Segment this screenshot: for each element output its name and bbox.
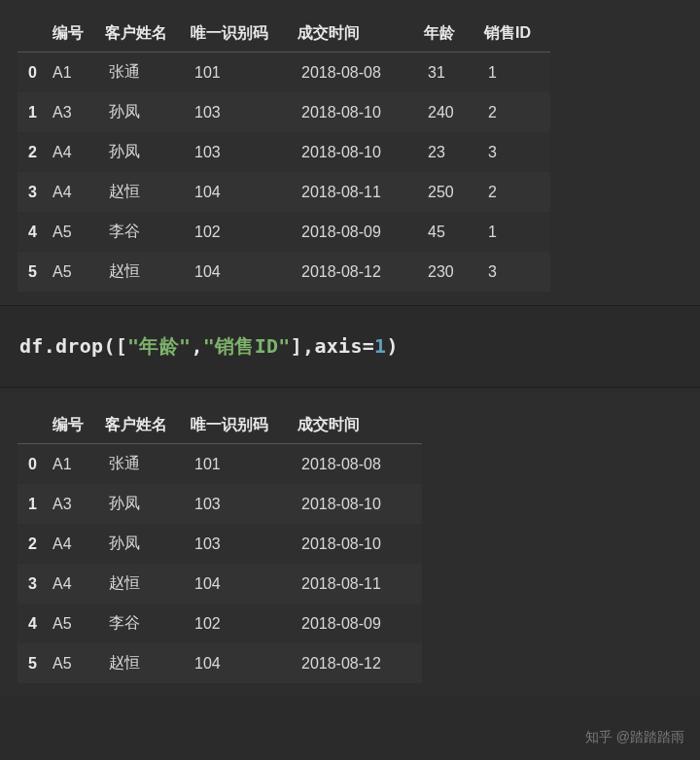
- cell: 孙凤: [103, 524, 189, 564]
- row-index: 0: [18, 52, 47, 93]
- col-customer-name: 客户姓名: [103, 405, 189, 444]
- col-index: [18, 405, 47, 444]
- row-index: 3: [18, 172, 47, 212]
- cell: 2018-08-10: [296, 484, 422, 524]
- row-index: 3: [18, 564, 47, 604]
- cell: 31: [422, 52, 482, 93]
- dataframe-output-2: 编号 客户姓名 唯一识别码 成交时间 0A1张通1012018-08-081A3…: [0, 392, 700, 697]
- col-sales-id: 销售ID: [482, 14, 550, 52]
- cell: 李谷: [103, 212, 189, 252]
- cell: 104: [189, 564, 296, 604]
- col-uid: 唯一识别码: [189, 405, 296, 444]
- cell: 1: [482, 52, 550, 93]
- cell: 103: [189, 524, 296, 564]
- cell: 45: [422, 212, 482, 252]
- cell: 孙凤: [103, 132, 189, 172]
- cell: A4: [47, 564, 103, 604]
- cell: A5: [47, 212, 103, 252]
- cell: 孙凤: [103, 484, 189, 524]
- col-index: [18, 14, 47, 52]
- cell: 2: [482, 92, 550, 132]
- col-bianhao: 编号: [47, 405, 103, 444]
- cell: A4: [47, 172, 103, 212]
- cell: 101: [189, 52, 296, 93]
- code-axis-keyword: axis: [314, 334, 362, 358]
- table-row: 3A4赵恒1042018-08-11: [18, 564, 422, 604]
- col-uid: 唯一识别码: [189, 14, 296, 52]
- code-string-2: "销售ID": [203, 334, 291, 358]
- code-comma-1: ,: [191, 334, 202, 358]
- code-lbracket: [: [116, 334, 127, 358]
- table-row: 0A1张通1012018-08-08: [18, 444, 422, 485]
- cell: 2: [482, 172, 550, 212]
- table-1: 编号 客户姓名 唯一识别码 成交时间 年龄 销售ID 0A1张通1012018-…: [18, 14, 550, 292]
- cell: 赵恒: [103, 252, 189, 292]
- cell: 104: [189, 172, 296, 212]
- cell: 赵恒: [103, 564, 189, 604]
- cell: 103: [189, 132, 296, 172]
- cell: 2018-08-10: [296, 132, 422, 172]
- code-rbracket: ]: [291, 334, 302, 358]
- cell: 张通: [103, 444, 189, 485]
- code-equals: =: [363, 334, 374, 358]
- cell: 2018-08-10: [296, 524, 422, 564]
- table-row: 1A3孙凤1032018-08-10: [18, 484, 422, 524]
- code-comma-2: ,: [302, 334, 314, 358]
- cell: 101: [189, 444, 296, 485]
- cell: 赵恒: [103, 643, 189, 683]
- row-index: 1: [18, 484, 47, 524]
- row-index: 1: [18, 92, 47, 132]
- code-dot: .: [44, 334, 55, 358]
- cell: A3: [47, 92, 103, 132]
- table-row: 4A5李谷1022018-08-09451: [18, 212, 550, 252]
- table-row: 5A5赵恒1042018-08-122303: [18, 252, 550, 292]
- cell: 104: [189, 252, 296, 292]
- cell: 2018-08-11: [296, 564, 422, 604]
- table-2: 编号 客户姓名 唯一识别码 成交时间 0A1张通1012018-08-081A3…: [18, 405, 422, 683]
- table-header-row: 编号 客户姓名 唯一识别码 成交时间 年龄 销售ID: [18, 14, 550, 52]
- cell: 250: [422, 172, 482, 212]
- code-rparen: ): [386, 334, 398, 358]
- cell: 23: [422, 132, 482, 172]
- table-row: 3A4赵恒1042018-08-112502: [18, 172, 550, 212]
- cell: 103: [189, 92, 296, 132]
- cell: 2018-08-08: [296, 52, 422, 93]
- col-deal-date: 成交时间: [296, 405, 422, 444]
- cell: 102: [189, 212, 296, 252]
- cell: 2018-08-12: [296, 643, 422, 683]
- cell: 2018-08-09: [296, 604, 422, 643]
- cell: A5: [47, 604, 103, 643]
- code-axis-value: 1: [374, 334, 386, 358]
- cell: 230: [422, 252, 482, 292]
- col-deal-date: 成交时间: [296, 14, 422, 52]
- cell: 2018-08-08: [296, 444, 422, 485]
- watermark-text: 知乎 @踏踏踏雨: [585, 729, 684, 746]
- table-row: 4A5李谷1022018-08-09: [18, 604, 422, 643]
- table-row: 0A1张通1012018-08-08311: [18, 52, 550, 93]
- cell: 孙凤: [103, 92, 189, 132]
- cell: 赵恒: [103, 172, 189, 212]
- row-index: 0: [18, 444, 47, 485]
- row-index: 5: [18, 643, 47, 683]
- cell: 2018-08-10: [296, 92, 422, 132]
- code-cell: df.drop(["年龄","销售ID"],axis=1): [0, 305, 700, 388]
- cell: 102: [189, 604, 296, 643]
- cell: A4: [47, 524, 103, 564]
- cell: A1: [47, 444, 103, 485]
- table-header-row: 编号 客户姓名 唯一识别码 成交时间: [18, 405, 422, 444]
- cell: 240: [422, 92, 482, 132]
- cell: 李谷: [103, 604, 189, 643]
- dataframe-output-1: 编号 客户姓名 唯一识别码 成交时间 年龄 销售ID 0A1张通1012018-…: [0, 0, 700, 305]
- cell: A1: [47, 52, 103, 93]
- cell: A5: [47, 643, 103, 683]
- cell: 2018-08-11: [296, 172, 422, 212]
- row-index: 4: [18, 212, 47, 252]
- col-customer-name: 客户姓名: [103, 14, 189, 52]
- cell: 1: [482, 212, 550, 252]
- table-row: 2A4孙凤1032018-08-10233: [18, 132, 550, 172]
- table-row: 2A4孙凤1032018-08-10: [18, 524, 422, 564]
- cell: 3: [482, 252, 550, 292]
- code-lparen: (: [103, 334, 115, 358]
- col-bianhao: 编号: [47, 14, 103, 52]
- table-row: 1A3孙凤1032018-08-102402: [18, 92, 550, 132]
